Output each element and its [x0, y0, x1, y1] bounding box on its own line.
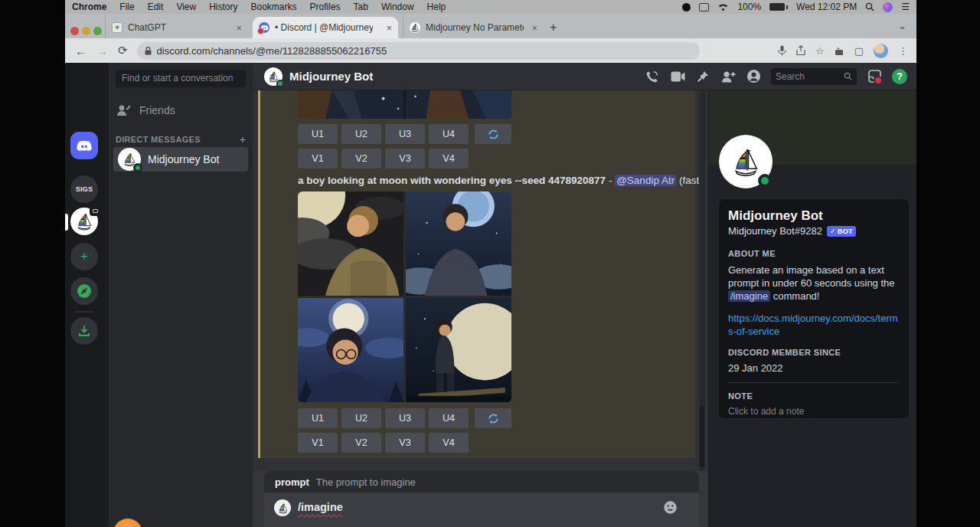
u3-button[interactable]: U3	[385, 124, 425, 144]
menu-item-history[interactable]: History	[209, 2, 237, 12]
menu-item-profiles[interactable]: Profiles	[310, 2, 341, 12]
server-icon-sigs[interactable]: SIGS	[70, 175, 98, 203]
v1-button[interactable]: V1	[298, 433, 338, 453]
profile-avatar[interactable]	[719, 135, 773, 188]
v3-button[interactable]: V3	[385, 149, 425, 169]
tab-chatgpt[interactable]: ✳ ChatGPT ×	[105, 17, 248, 38]
member-since-header: DISCORD MEMBER SINCE	[728, 348, 900, 357]
v1-button[interactable]: V1	[298, 149, 338, 169]
input-source-icon[interactable]	[699, 3, 709, 11]
tab-close-icon[interactable]: ×	[524, 22, 537, 34]
user-mention[interactable]: @Sandip Atr	[615, 175, 676, 186]
dm-avatar-midjourney[interactable]	[70, 208, 98, 235]
tab-discord[interactable]: • Discord | @Midjourney Bot ×	[253, 17, 398, 38]
v2-button[interactable]: V2	[341, 149, 381, 169]
upscale-button-row: U1 U2 U3 U4	[298, 124, 511, 144]
explore-servers-button[interactable]	[70, 277, 98, 305]
menu-item-bookmarks[interactable]: Bookmarks	[251, 2, 297, 12]
u2-button[interactable]: U2	[341, 408, 381, 428]
terms-of-service-link[interactable]: https://docs.midjourney.com/docs/terms-o…	[728, 313, 903, 339]
chrome-menu-kebab-icon[interactable]: ⋮	[898, 45, 908, 57]
new-tab-button[interactable]: +	[550, 21, 557, 34]
variation-button-row: V1 V2 V3 V4	[298, 149, 469, 169]
scrollbar-thumb[interactable]	[700, 406, 704, 467]
lock-icon	[145, 47, 152, 55]
u1-button[interactable]: U1	[298, 408, 338, 428]
slash-command-autocomplete[interactable]: prompt The prompt to imagine	[264, 471, 699, 493]
reload-button[interactable]: ⟳	[118, 44, 128, 57]
u2-button[interactable]: U2	[341, 124, 381, 144]
inbox-button[interactable]	[867, 69, 882, 84]
bot-badge: ✓ BOT	[827, 226, 856, 237]
forward-button[interactable]: →	[96, 44, 108, 57]
u4-button[interactable]: U4	[429, 124, 469, 144]
discord-dm-sidebar: Find or start a conversation Friends DIR…	[109, 63, 253, 527]
chat-header-avatar[interactable]	[264, 67, 283, 86]
discord-home-button[interactable]	[70, 132, 98, 159]
tab-search-chevron-icon[interactable]: ⌄	[898, 20, 906, 31]
extensions-puzzle-icon[interactable]	[835, 46, 844, 56]
spotlight-icon[interactable]	[865, 2, 874, 11]
message-input-box[interactable]: /imagine prompt a boy looking at moon wi…	[264, 493, 699, 527]
card-divider	[728, 382, 900, 383]
share-icon[interactable]	[796, 45, 805, 56]
note-placeholder[interactable]: Click to add a note	[728, 406, 900, 417]
zoom-window-button[interactable]	[93, 27, 102, 35]
menu-item-window[interactable]: Window	[381, 2, 414, 12]
v4-button[interactable]: V4	[429, 433, 469, 453]
mic-icon[interactable]	[778, 45, 786, 56]
chat-title: Midjourney Bot	[289, 70, 373, 83]
address-bar[interactable]: discord.com/channels/@me/112828885506221…	[137, 42, 700, 60]
tab-group-icon[interactable]: ▢	[854, 45, 864, 57]
minimize-window-button[interactable]	[82, 27, 90, 35]
screen-record-icon[interactable]	[682, 3, 691, 11]
menu-app-name[interactable]: Chrome	[72, 2, 106, 12]
menu-item-view[interactable]: View	[176, 2, 196, 12]
bookmark-star-icon[interactable]: ☆	[815, 45, 825, 57]
tab-close-icon[interactable]: ×	[378, 22, 392, 34]
sidebar-item-friends[interactable]: Friends	[116, 100, 246, 120]
chat-scrollbar[interactable]	[699, 90, 705, 471]
imagine-command-pill[interactable]: /imagine	[728, 290, 770, 302]
emoji-picker-button[interactable]	[663, 500, 678, 518]
previous-grid-image-partial[interactable]	[298, 90, 511, 119]
voice-call-button[interactable]	[645, 69, 660, 84]
video-call-button[interactable]	[670, 69, 685, 84]
midjourney-image-grid[interactable]	[298, 191, 511, 402]
tab-midjourney-no-parameter[interactable]: Midjourney No Parameter ×	[403, 17, 544, 38]
user-profile-toggle-button[interactable]	[746, 69, 761, 84]
menu-clock[interactable]: Wed 12:02 PM	[796, 2, 857, 12]
reroll-button[interactable]	[475, 124, 511, 144]
u4-button[interactable]: U4	[429, 408, 469, 428]
add-friend-to-dm-button[interactable]	[720, 69, 736, 84]
wifi-icon[interactable]	[717, 3, 729, 11]
close-window-button[interactable]	[70, 27, 79, 35]
imagine-command-text[interactable]: /imagine	[298, 501, 343, 513]
add-server-button[interactable]: +	[70, 243, 98, 270]
tab-close-icon[interactable]: ×	[228, 22, 242, 34]
siri-icon[interactable]	[883, 2, 893, 12]
message-input-zone: prompt The prompt to imagine /imagine pr…	[253, 471, 708, 527]
create-dm-plus-icon[interactable]: +	[240, 133, 246, 146]
download-apps-button[interactable]	[70, 317, 98, 345]
v4-button[interactable]: V4	[429, 149, 469, 169]
about-me-text: Generate an image based on a text prompt…	[728, 264, 900, 303]
menu-item-help[interactable]: Help	[427, 2, 446, 12]
v3-button[interactable]: V3	[385, 433, 425, 453]
menu-item-file[interactable]: File	[119, 2, 134, 12]
chat-search-bar[interactable]: Search	[771, 68, 857, 85]
conversation-search-button[interactable]: Find or start a conversation	[116, 70, 246, 87]
back-button[interactable]: ←	[75, 44, 87, 57]
dm-item-midjourney-bot[interactable]: Midjourney Bot	[113, 147, 248, 172]
reroll-button[interactable]	[475, 408, 511, 428]
help-button[interactable]: ?	[892, 69, 907, 84]
discord-server-rail: SIGS +	[65, 63, 109, 527]
menu-item-edit[interactable]: Edit	[148, 2, 164, 12]
menu-item-tab[interactable]: Tab	[354, 2, 368, 12]
chrome-profile-avatar[interactable]	[874, 44, 888, 58]
u1-button[interactable]: U1	[298, 124, 338, 144]
v2-button[interactable]: V2	[341, 433, 381, 453]
u3-button[interactable]: U3	[385, 408, 425, 428]
pin-messages-button[interactable]	[695, 69, 710, 84]
control-center-icon[interactable]: ☰	[901, 2, 909, 12]
